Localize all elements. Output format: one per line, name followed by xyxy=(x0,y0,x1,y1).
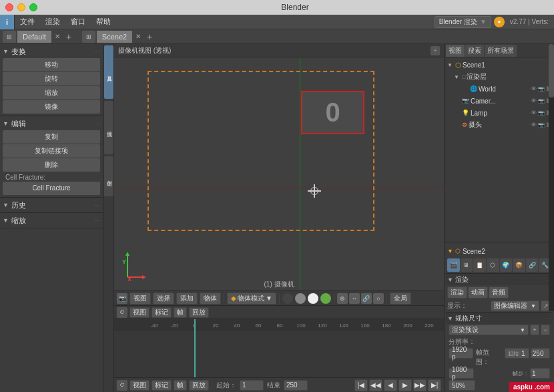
object-props-icon[interactable]: 📦 xyxy=(513,258,525,272)
step-back-btn[interactable]: ◀◀ xyxy=(369,379,382,391)
menu-window[interactable]: 窗口 xyxy=(65,15,91,29)
camera-eye-icon[interactable]: 👁 xyxy=(531,97,537,104)
world-camera-icon[interactable]: 📷 xyxy=(538,86,545,92)
add-workspace-tab[interactable]: + xyxy=(63,31,74,42)
right-scrollbar-thumb[interactable] xyxy=(549,44,554,97)
preset-add-icon[interactable]: + xyxy=(530,325,539,335)
wire-shading[interactable] xyxy=(282,293,293,304)
tree-world[interactable]: 🌐 World 👁 📷 🖼 xyxy=(446,83,553,95)
viewport-settings-icon[interactable]: + xyxy=(431,46,440,55)
3d-viewport[interactable]: 摄像机视图 (透视) + 0 xyxy=(114,44,444,305)
jump-end-btn[interactable]: ▶| xyxy=(428,379,441,391)
duplicate-button[interactable]: 复制 xyxy=(3,130,100,144)
rotate-button[interactable]: 旋转 xyxy=(3,72,100,85)
transform-header[interactable]: ▼ 变换 ··· xyxy=(0,45,103,57)
pivot-icon[interactable]: ⊕ xyxy=(337,293,348,304)
close-button[interactable] xyxy=(5,3,13,11)
move-button[interactable]: 移动 xyxy=(3,58,100,71)
timeline-play-btn[interactable]: 回放 xyxy=(189,307,209,318)
view-button[interactable]: 视图 xyxy=(129,292,151,305)
add-button[interactable]: 添加 xyxy=(176,292,198,305)
mirror-button[interactable]: 镜像 xyxy=(3,100,100,114)
timeline-content[interactable] xyxy=(114,331,444,377)
render-section-header[interactable]: ▼ 渲染 ··· xyxy=(446,273,553,285)
percentage-field[interactable]: 50% xyxy=(449,380,475,391)
gripper-cam-icon[interactable]: 📷 xyxy=(538,122,545,128)
jump-start-btn[interactable]: |◀ xyxy=(354,379,368,391)
menu-render[interactable]: 渲染 xyxy=(40,15,65,29)
view-layer-props-icon[interactable]: 📋 xyxy=(473,258,486,272)
end-frame-input[interactable]: 250 xyxy=(284,380,308,391)
preset-remove-icon[interactable]: − xyxy=(541,325,550,335)
menu-help[interactable]: 帮助 xyxy=(91,15,116,29)
tab-default[interactable]: Default xyxy=(17,31,51,43)
scene2-header[interactable]: ▼ ⬡ Scene2 xyxy=(446,245,553,257)
lamp-eye-icon[interactable]: 👁 xyxy=(531,110,537,116)
play-btn[interactable]: ▶ xyxy=(398,379,412,391)
res-y-field[interactable]: 1080 p xyxy=(449,368,474,379)
gripper-eye-icon[interactable]: 👁 xyxy=(531,122,537,128)
menu-file[interactable]: 文件 xyxy=(15,15,40,29)
timeline-view-btn-footer[interactable]: 视图 xyxy=(129,380,150,391)
duplicate-linked-button[interactable]: 复制链接项 xyxy=(3,144,100,158)
timeline-marker-btn[interactable]: 标记 xyxy=(152,307,172,318)
object-button[interactable]: 物体 xyxy=(200,292,221,305)
step-value-field[interactable]: 1 xyxy=(530,368,550,379)
tree-render-layer[interactable]: ▼ □ 渲染层 xyxy=(446,71,553,83)
animation-tab[interactable]: 动画 xyxy=(468,286,488,299)
rp-search-btn[interactable]: 搜索 xyxy=(465,45,484,57)
res-x-field[interactable]: 1920 p xyxy=(449,348,473,359)
manipulator-icon[interactable]: ↔ xyxy=(349,293,360,304)
info-button[interactable]: i xyxy=(0,15,15,29)
properties-icon[interactable]: 属性 xyxy=(104,101,113,154)
render-props-icon[interactable]: 🎬 xyxy=(447,258,460,272)
maximize-button[interactable] xyxy=(29,3,37,11)
lamp-cam-icon[interactable]: 📷 xyxy=(538,110,545,116)
play-back-btn[interactable]: ◀ xyxy=(384,379,397,391)
right-scrollbar[interactable] xyxy=(549,44,554,311)
material-shading[interactable] xyxy=(308,293,318,304)
world-eye-icon[interactable]: 👁 xyxy=(531,85,537,92)
select-button[interactable]: 选择 xyxy=(153,292,174,305)
edit-header[interactable]: ▼ 编辑 ··· xyxy=(0,118,103,130)
global-button[interactable]: 全局 xyxy=(390,292,411,305)
constraints-icon[interactable]: 🔗 xyxy=(526,258,539,272)
camera-cam-icon[interactable]: 📷 xyxy=(538,98,545,104)
timeline-frame-btn-footer[interactable]: 帧 xyxy=(174,380,187,391)
display-dropdown[interactable]: 图像编辑器 ▼ xyxy=(491,301,539,311)
engine-dropdown[interactable]: Blender 渲染 ▼ xyxy=(435,16,491,28)
add-workspace-tab-2[interactable]: + xyxy=(144,31,155,42)
output-props-icon[interactable]: 🖥 xyxy=(461,258,473,272)
render-tab[interactable]: 渲染 xyxy=(447,286,467,299)
scene-props-icon[interactable]: ⬡ xyxy=(487,258,499,272)
rp-all-scenes-btn[interactable]: 所有场景 xyxy=(485,45,517,57)
history-header[interactable]: ▼ 历史 ··· xyxy=(0,199,103,211)
dimensions-header[interactable]: ▼ 规格尺寸 ··· xyxy=(446,312,553,324)
tree-gripper[interactable]: ⚙ 摄头 👁 📷 🖼 xyxy=(446,119,553,131)
playhead[interactable] xyxy=(194,331,196,377)
delete-button[interactable]: 删除 xyxy=(3,158,100,172)
scale-button[interactable]: 缩放 xyxy=(3,86,100,100)
tab-scene2[interactable]: Scene2 xyxy=(97,31,132,43)
proportional-icon[interactable]: ○ xyxy=(373,293,384,304)
tools-icon[interactable]: 工具 xyxy=(104,45,113,99)
snap-icon[interactable]: 🔗 xyxy=(361,293,372,304)
timeline-frame-btn[interactable]: 帧 xyxy=(174,307,187,318)
timeline-view-btn[interactable]: 视图 xyxy=(129,307,150,318)
start-frame-input[interactable]: 1 xyxy=(240,380,264,391)
minimize-button[interactable] xyxy=(17,3,25,11)
step-fwd-btn[interactable]: ▶▶ xyxy=(413,379,427,391)
timeline-marker-btn-footer[interactable]: 标记 xyxy=(152,380,172,391)
render-preset-dropdown[interactable]: 渲染预设 ▼ xyxy=(449,325,529,335)
audio-tab[interactable]: 音频 xyxy=(489,286,509,299)
cell-fracture-button[interactable]: Cell Fracture xyxy=(3,182,100,195)
tree-lamp[interactable]: 💡 Lamp 👁 📷 🖼 xyxy=(446,107,553,119)
end-value-field[interactable]: 250 xyxy=(531,348,550,359)
world-props-icon[interactable]: 🌍 xyxy=(500,258,513,272)
rendered-shading[interactable] xyxy=(320,293,331,304)
close-tab-scene2[interactable]: ✕ xyxy=(133,32,143,41)
create-icon[interactable]: 创建 xyxy=(104,156,113,196)
mode-button[interactable]: ◆ 物体模式 ▼ xyxy=(227,292,276,305)
scale-header[interactable]: ▼ 缩放 ··· xyxy=(0,214,103,226)
rp-view-btn[interactable]: 视图 xyxy=(446,45,465,57)
